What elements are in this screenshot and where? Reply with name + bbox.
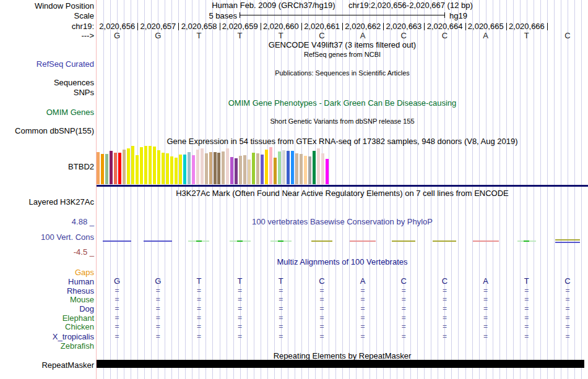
gtex-bar[interactable]	[252, 153, 255, 184]
multiz-match-mark: =	[97, 323, 137, 330]
gtex-bar[interactable]	[196, 150, 199, 184]
gtex-bar[interactable]	[261, 155, 264, 184]
gtex-bar[interactable]	[217, 153, 220, 184]
phylop-segment	[555, 239, 580, 241]
gtex-bar[interactable]	[274, 158, 277, 184]
gtex-bar[interactable]	[140, 147, 143, 184]
reference-base-letter: A	[342, 32, 383, 40]
coordinate-label: 2,020,664	[421, 22, 463, 30]
gtex-bar[interactable]	[287, 151, 290, 184]
track-label-omim-genes[interactable]: OMIM Genes	[0, 108, 94, 116]
gtex-bar[interactable]	[291, 151, 294, 184]
track-label-common-dbsnp[interactable]: Common dbSNP(155)	[0, 127, 94, 135]
gtex-bar[interactable]	[230, 157, 233, 184]
gtex-bar[interactable]	[192, 155, 195, 184]
track-label-sequences[interactable]: Sequences	[0, 79, 94, 87]
gtex-bar[interactable]	[304, 156, 307, 184]
gtex-bar[interactable]	[295, 153, 298, 184]
gtex-bar[interactable]	[300, 154, 303, 184]
track-label-gtex-gene[interactable]: BTBD2	[0, 163, 94, 171]
multiz-match-mark: =	[424, 333, 465, 340]
track-label-species-elephant[interactable]: Elephant	[0, 314, 94, 322]
gtex-bar[interactable]	[149, 146, 152, 184]
multiz-match-mark: =	[424, 296, 465, 303]
multiz-match-mark: =	[178, 323, 219, 330]
gtex-bar[interactable]	[269, 147, 272, 184]
gtex-bar[interactable]	[209, 152, 212, 184]
window-position-left-label: Window Position	[0, 2, 94, 10]
track-label-species-chicken[interactable]: Chicken	[0, 323, 94, 331]
reference-base-letter: T	[220, 32, 261, 40]
track-label-snps[interactable]: SNPs	[0, 88, 94, 96]
track-label-refseq-curated[interactable]: RefSeq Curated	[0, 60, 94, 68]
gtex-bar[interactable]	[110, 151, 113, 184]
coordinate-label: 2,020,663	[379, 22, 422, 30]
gtex-bar[interactable]	[157, 150, 160, 184]
gtex-bar[interactable]	[162, 153, 165, 184]
track-label-species-gaps[interactable]: Gaps	[0, 268, 94, 276]
track-label-species-x_tropicalis[interactable]: X_tropicalis	[0, 333, 94, 341]
gtex-gene-model-line[interactable]	[97, 185, 588, 187]
gtex-bar[interactable]	[265, 150, 268, 184]
reference-base-letter: A	[465, 32, 506, 40]
track-label-species-dog[interactable]: Dog	[0, 305, 94, 313]
gtex-bar[interactable]	[101, 154, 104, 184]
multiz-base-letter: G	[137, 277, 178, 285]
gtex-bar[interactable]	[243, 155, 246, 184]
multiz-match-mark: =	[301, 333, 342, 340]
multiz-base-letter: C	[547, 277, 588, 285]
multiz-match-mark: =	[383, 333, 424, 340]
coordinate-label: 2,020,658	[175, 22, 217, 30]
multiz-match-mark: =	[342, 314, 383, 322]
gtex-bar[interactable]	[131, 146, 134, 184]
gtex-bar[interactable]	[114, 153, 117, 184]
gtex-bar[interactable]	[188, 152, 191, 184]
gtex-bar[interactable]	[118, 153, 121, 184]
track-label-100-vert-cons[interactable]: 100 Vert. Cons	[0, 233, 94, 241]
gtex-bar[interactable]	[127, 148, 130, 184]
multiz-match-mark: =	[547, 314, 588, 322]
gtex-bar[interactable]	[248, 160, 251, 184]
gtex-bar[interactable]	[222, 151, 225, 184]
gtex-bar[interactable]	[278, 151, 281, 184]
gtex-bar[interactable]	[166, 153, 169, 184]
gtex-bar[interactable]	[123, 150, 126, 184]
chrom-left-label: chr19:	[0, 22, 94, 30]
track-label-species-rhesus[interactable]: Rhesus	[0, 287, 94, 295]
reference-base-letter: T	[261, 32, 301, 40]
gtex-bar[interactable]	[256, 153, 259, 184]
gtex-bar[interactable]	[170, 156, 173, 184]
track-label-species-zebrafish[interactable]: Zebrafish	[0, 342, 94, 350]
track-label-species-human[interactable]: Human	[0, 278, 94, 286]
multiz-match-mark: =	[301, 314, 342, 322]
track-label-species-mouse[interactable]: Mouse	[0, 296, 94, 304]
gtex-bar[interactable]	[183, 155, 186, 184]
gtex-bar[interactable]	[308, 156, 311, 184]
gtex-bar[interactable]	[239, 156, 242, 184]
gtex-bar[interactable]	[235, 158, 238, 184]
scale-ruler-left-tick	[240, 12, 240, 18]
gtex-bar[interactable]	[153, 147, 156, 184]
gtex-bar[interactable]	[97, 152, 100, 184]
track-label-layered-h3k27ac[interactable]: Layered H3K27Ac	[0, 198, 94, 206]
track-label-repeatmasker[interactable]: RepeatMasker	[0, 361, 94, 369]
gtex-bar[interactable]	[179, 155, 182, 184]
repeatmasker-element-bar[interactable]	[97, 360, 584, 368]
gtex-bar[interactable]	[144, 146, 147, 184]
gtex-bar[interactable]	[282, 150, 285, 184]
gtex-bar[interactable]	[136, 155, 139, 184]
multiz-match-mark: =	[506, 287, 547, 294]
phylop-min-value: -4.5 _	[0, 248, 94, 256]
gtex-bar[interactable]	[214, 152, 217, 184]
gtex-bar[interactable]	[317, 148, 320, 184]
phylop-segment	[350, 241, 376, 242]
gtex-bar[interactable]	[313, 151, 316, 184]
gtex-bar[interactable]	[175, 158, 178, 184]
gtex-bar[interactable]	[201, 148, 204, 184]
gtex-bar[interactable]	[105, 154, 108, 184]
gtex-bar[interactable]	[226, 148, 229, 184]
gtex-bar[interactable]	[321, 153, 324, 184]
gtex-bar[interactable]	[326, 159, 329, 184]
multiz-base-letter: A	[342, 277, 383, 285]
gtex-bar[interactable]	[205, 153, 208, 184]
